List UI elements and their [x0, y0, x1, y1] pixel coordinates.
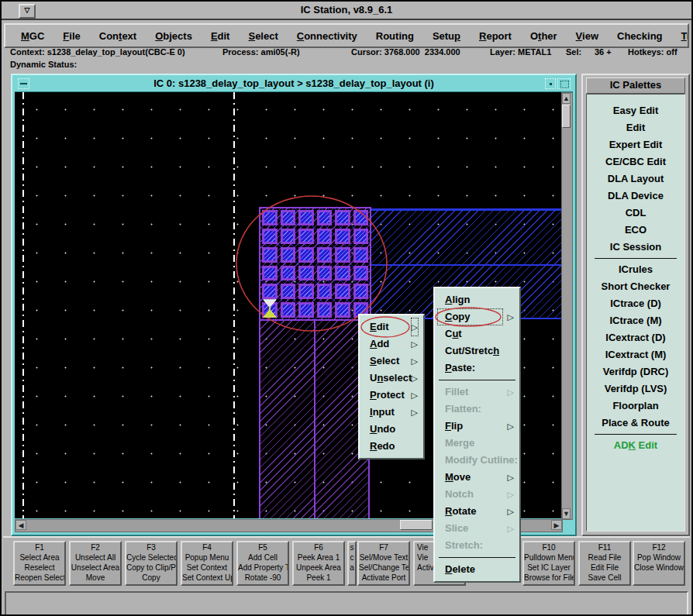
menu-item-add[interactable]: Add ▷ [360, 336, 423, 353]
softkey-f4[interactable]: F4Popup MenuSet ContextSet Context Up [181, 541, 233, 586]
scroll-up-icon[interactable]: ▲ [562, 93, 571, 104]
menu-item-unselect[interactable]: Unselect ▷ [360, 370, 423, 387]
palette-verifdp-drc[interactable]: Verifdp (DRC) [587, 363, 684, 380]
window-titlebar[interactable]: ▽ IC Station, v8.9_6.1 [2, 2, 691, 20]
scroll-down-icon[interactable]: ▼ [562, 508, 571, 519]
palette-short-checker[interactable]: Short Checker [587, 278, 684, 295]
menu-translate[interactable]: Translate [681, 30, 689, 42]
palette-icextract-d[interactable]: ICextract (D) [587, 329, 684, 346]
palette-expert-edit[interactable]: Expert Edit [587, 136, 684, 153]
palette-ce-cbc-edit[interactable]: CE/CBC Edit [587, 153, 684, 170]
palette-cdl[interactable]: CDL [587, 205, 684, 222]
softkey-f11[interactable]: F11Read FileEdit FileSave Cell [578, 541, 631, 586]
menu-item-flatten: Flatten: [435, 401, 519, 418]
via-contact [298, 229, 314, 244]
metal2-stripes-region[interactable] [259, 321, 370, 518]
palette-eco[interactable]: ECO [587, 222, 684, 239]
menu-item-label: Delete [445, 563, 475, 575]
softkey-f5[interactable]: F5Add CellAdd Property TextRotate -90 [236, 541, 289, 586]
cascade-arrow-icon: ▷ [412, 336, 418, 353]
palette-header: IC Palettes [586, 77, 685, 94]
vertical-scrollbar-thumb[interactable] [562, 105, 571, 128]
via-contact [317, 247, 333, 263]
palette-ictrace-d[interactable]: ICtrace (D) [587, 295, 684, 312]
menu-item-cut[interactable]: Cut [435, 325, 519, 342]
via-contact [335, 284, 350, 299]
menu-item-protect[interactable]: Protect ▷ [360, 387, 423, 404]
palette-adk-edit[interactable]: ADK Edit [587, 437, 684, 454]
menu-item-label: Flip [445, 420, 463, 432]
palette-dla-layout[interactable]: DLA Layout [587, 170, 684, 188]
palette-verifdp-lvs[interactable]: Verifdp (LVS) [587, 380, 684, 397]
softkey-f2[interactable]: F2Unselect AllUnselect AreaMove [69, 541, 122, 586]
menu-item-label: Undo [370, 423, 395, 435]
softkey-f1[interactable]: F1Select AreaReselectReopen Selection [13, 541, 66, 586]
palette-floorplan[interactable]: Floorplan [587, 397, 684, 415]
menu-item-input[interactable]: Input ▷ [360, 404, 423, 421]
menu-select[interactable]: Select [248, 30, 278, 42]
palette-place-route[interactable]: Place & Route [587, 415, 684, 432]
palette-edit[interactable]: Edit [587, 119, 684, 136]
menu-item-paste[interactable]: Paste: [435, 360, 519, 377]
menu-item-flip[interactable]: Flip ▷ [435, 418, 519, 435]
via-contact [335, 229, 350, 244]
scroll-left-icon[interactable]: ◀ [16, 520, 26, 530]
menu-mgc[interactable]: MGC [21, 30, 44, 42]
status-sel-label: Sel: [566, 47, 581, 57]
menu-context[interactable]: Context [99, 30, 136, 42]
menu-item-rotate[interactable]: Rotate ▷ [435, 503, 519, 520]
menu-item-delete[interactable]: Delete [435, 561, 519, 578]
canvas-window-menu-icon[interactable] [18, 78, 29, 89]
function-key-bar: F1Select AreaReselectReopen Selection F2… [3, 536, 690, 590]
softkey-f7[interactable]: F7Sel/Move TextSel/Change TextActivate P… [357, 541, 410, 586]
palette-easy-edit[interactable]: Easy Edit [587, 102, 684, 119]
menu-item-cut-stretch[interactable]: Cut/Stretch [435, 342, 519, 360]
window-menu-icon[interactable]: ▽ [19, 4, 36, 19]
via-contact [353, 284, 369, 299]
boundary-dashed-line [22, 92, 24, 518]
palette-icextract-m[interactable]: ICextract (M) [587, 346, 684, 363]
horizontal-scrollbar-thumb[interactable] [400, 520, 433, 530]
canvas-titlebar[interactable]: IC 0: s1238_delay_top_layout > s1238_del… [15, 77, 573, 92]
menu-item-label: Unselect [370, 372, 412, 384]
softkey-partial-sliver[interactable]: sca [347, 541, 357, 586]
status-dynamic: Dynamic Status: [10, 60, 77, 69]
canvas-maximize-icon[interactable] [557, 78, 571, 89]
cascade-arrow-icon: ▷ [508, 520, 514, 537]
menu-item-undo[interactable]: Undo [360, 421, 423, 438]
menu-checking[interactable]: Checking [617, 30, 663, 42]
via-contact [317, 266, 333, 281]
palette-ic-session[interactable]: IC Session [587, 239, 684, 256]
canvas-minimize-icon[interactable] [545, 78, 556, 89]
palette-icrules[interactable]: ICrules [587, 261, 684, 278]
menu-item-select[interactable]: Select ▷ [360, 353, 423, 370]
menu-setup[interactable]: Setup [433, 30, 460, 42]
menu-file[interactable]: File [63, 30, 80, 42]
scroll-right-icon[interactable]: ▶ [551, 520, 562, 530]
menu-item-move[interactable]: Move ▷ [435, 469, 519, 486]
menu-item-align[interactable]: Align [435, 291, 519, 308]
menu-connectivity[interactable]: Connectivity [297, 30, 357, 42]
softkey-f10[interactable]: F10Pulldown MenuSet IC LayerBrowse for F… [522, 541, 575, 586]
via-contact [335, 247, 350, 263]
via-contact [298, 210, 314, 225]
softkey-f6[interactable]: F6Peek Area 1Unpeek AreaPeek 1 [292, 541, 345, 586]
menu-other[interactable]: Other [530, 30, 557, 42]
menu-item-label: Copy [445, 311, 471, 322]
menu-item-copy[interactable]: Copy ▷ [435, 308, 519, 325]
menu-report[interactable]: Report [479, 30, 512, 42]
softkey-f3[interactable]: F3Cycle SelectedCopy to Clip/PasteCopy [125, 541, 178, 586]
menu-edit[interactable]: Edit [211, 30, 230, 42]
menu-view[interactable]: View [576, 30, 598, 42]
via-contact [262, 266, 278, 281]
softkey-f12[interactable]: F12Pop WindowClose Window [633, 541, 685, 586]
vertical-scrollbar[interactable]: ▲ ▼ [561, 92, 573, 520]
stripe-divider-line [314, 321, 315, 518]
palette-dla-device[interactable]: DLA Device [587, 188, 684, 205]
palette-ictrace-m[interactable]: ICtrace (M) [587, 312, 684, 329]
menu-item-label: Slice [445, 522, 468, 534]
menu-item-edit[interactable]: Edit ▷ [360, 318, 423, 336]
menu-routing[interactable]: Routing [376, 30, 414, 42]
menu-objects[interactable]: Objects [155, 30, 192, 42]
menu-item-redo[interactable]: Redo [360, 438, 423, 455]
